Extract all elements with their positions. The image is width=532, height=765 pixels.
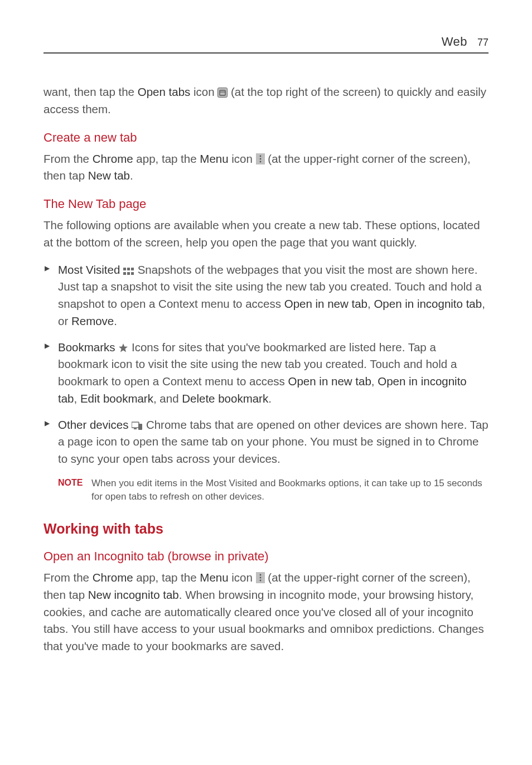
svg-rect-15 — [134, 428, 137, 429]
svg-rect-9 — [131, 268, 134, 270]
svg-point-4 — [259, 155, 261, 157]
svg-point-18 — [259, 574, 261, 576]
page-header: Web 77 — [43, 35, 489, 54]
text: , — [367, 297, 374, 310]
open-incognito-paragraph: From the Chrome app, tap the Menu icon (… — [43, 569, 489, 655]
text: want, then tap the — [43, 85, 138, 98]
bookmarks-label: Bookmarks — [58, 341, 115, 354]
text: , and — [153, 392, 182, 405]
create-new-tab-heading: Create a new tab — [43, 130, 489, 145]
devices-icon — [132, 422, 143, 430]
open-in-new-tab-label: Open in new tab — [288, 375, 371, 388]
menu-icon — [256, 153, 265, 164]
header-page-number: 77 — [477, 37, 489, 49]
text: From the — [43, 571, 93, 584]
text: . — [130, 169, 133, 182]
svg-rect-12 — [131, 272, 134, 275]
menu-icon — [256, 572, 265, 583]
svg-point-5 — [259, 158, 261, 159]
star-icon — [118, 343, 128, 353]
delete-bookmark-label: Delete bookmark — [182, 392, 268, 405]
open-tabs-icon — [217, 88, 228, 98]
new-incognito-tab-label: New incognito tab — [88, 588, 179, 601]
menu-label: Menu — [200, 571, 228, 584]
chrome-label: Chrome — [93, 571, 133, 584]
svg-rect-11 — [127, 272, 130, 275]
text: app, tap the — [133, 152, 200, 165]
open-in-new-tab-label: Open in new tab — [284, 297, 367, 310]
most-visited-icon — [123, 268, 134, 275]
list-item-most-visited: Most Visited Snapshots of the webpages t… — [43, 262, 489, 330]
open-tabs-label: Open tabs — [138, 85, 191, 98]
svg-rect-10 — [123, 272, 126, 275]
open-in-incognito-tab-label: Open in incognito tab — [374, 297, 482, 310]
text: . — [268, 392, 272, 405]
text: app, tap the — [133, 571, 200, 584]
text: From the — [43, 152, 93, 165]
create-new-tab-paragraph: From the Chrome app, tap the Menu icon (… — [43, 151, 489, 185]
most-visited-label: Most Visited — [58, 263, 120, 276]
svg-rect-7 — [123, 268, 126, 270]
open-incognito-heading: Open an Incognito tab (browse in private… — [43, 549, 489, 564]
svg-rect-14 — [132, 422, 139, 428]
text: icon — [229, 571, 256, 584]
note: NOTE When you edit items in the Most Vis… — [43, 477, 489, 504]
new-tab-page-paragraph: The following options are available when… — [43, 217, 489, 251]
text: . — [114, 314, 117, 327]
list-item-other-devices: Other devices Chrome tabs that are opene… — [43, 417, 489, 468]
svg-rect-8 — [127, 268, 130, 270]
text: , — [371, 375, 378, 388]
chrome-label: Chrome — [93, 152, 133, 165]
svg-rect-0 — [218, 88, 228, 98]
svg-point-20 — [259, 580, 261, 582]
new-tab-label: New tab — [88, 169, 130, 182]
page: Web 77 want, then tap the Open tabs icon… — [0, 0, 532, 765]
svg-point-6 — [259, 161, 261, 162]
svg-point-19 — [259, 577, 261, 579]
text: , — [74, 392, 80, 405]
note-text: When you edit items in the Most Visited … — [91, 477, 489, 504]
svg-rect-16 — [138, 424, 142, 430]
remove-label: Remove — [71, 314, 114, 327]
list-item-bookmarks: Bookmarks Icons for sites that you've bo… — [43, 339, 489, 408]
header-section: Web — [442, 35, 467, 49]
intro-paragraph: want, then tap the Open tabs icon (at th… — [43, 84, 489, 118]
svg-marker-13 — [119, 343, 128, 352]
menu-label: Menu — [200, 152, 228, 165]
text: icon — [190, 85, 217, 98]
text: icon — [229, 152, 256, 165]
note-label: NOTE — [58, 477, 91, 504]
new-tab-page-heading: The New Tab page — [43, 197, 489, 211]
working-with-tabs-heading: Working with tabs — [43, 521, 489, 537]
other-devices-label: Other devices — [58, 418, 128, 431]
edit-bookmark-label: Edit bookmark — [80, 392, 153, 405]
new-tab-options-list: Most Visited Snapshots of the webpages t… — [43, 262, 489, 468]
